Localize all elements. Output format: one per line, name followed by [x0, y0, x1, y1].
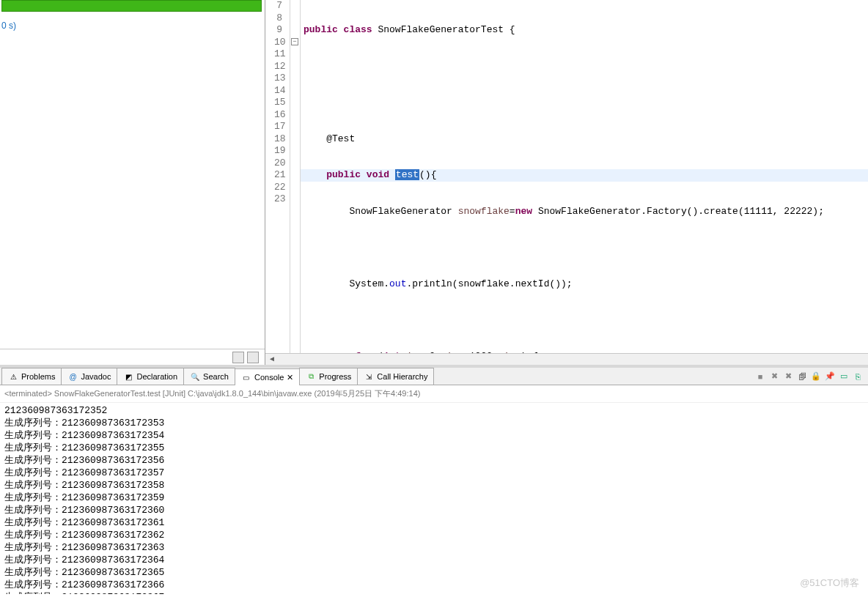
- tab-declaration[interactable]: ◩Declaration: [117, 368, 184, 385]
- problems-icon: ⚠: [8, 371, 18, 382]
- tab-javadoc[interactable]: @Javadoc: [61, 368, 117, 385]
- search-icon: 🔍: [190, 371, 200, 382]
- terminate-icon[interactable]: ✖: [782, 371, 794, 382]
- tab-progress[interactable]: ⧉Progress: [299, 368, 358, 385]
- open-console-icon[interactable]: ⎘: [852, 371, 864, 382]
- display-selected-icon[interactable]: ▭: [838, 371, 850, 382]
- code-editor[interactable]: 7891011121314151617181920212223 − public…: [265, 0, 868, 353]
- tab-problems[interactable]: ⚠Problems: [1, 368, 62, 385]
- tab-search[interactable]: 🔍Search: [183, 368, 235, 385]
- junit-progress-bar: [1, 0, 262, 12]
- pin-console-icon[interactable]: 📌: [824, 371, 836, 382]
- clear-console-icon[interactable]: 🗐: [796, 371, 808, 382]
- watermark: @51CTO博客: [800, 576, 859, 590]
- tab-call-hierarchy[interactable]: ⇲Call Hierarchy: [357, 368, 434, 385]
- view-menu-icon[interactable]: [247, 352, 259, 363]
- line-number-gutter: 7891011121314151617181920212223: [265, 0, 290, 353]
- layout-icon[interactable]: [232, 352, 244, 363]
- fold-column[interactable]: −: [290, 0, 301, 353]
- javadoc-icon: @: [67, 371, 78, 382]
- console-icon: ▭: [241, 372, 251, 382]
- console-toolbar: ■ ✖ ✖ 🗐 🔒 📌 ▭ ⎘: [754, 371, 868, 382]
- progress-icon: ⧉: [306, 371, 316, 382]
- views-tab-row: ⚠Problems @Javadoc ◩Declaration 🔍Search …: [0, 368, 868, 385]
- callh-icon: ⇲: [364, 371, 374, 382]
- junit-toolbar: [0, 349, 265, 365]
- selected-text[interactable]: test: [395, 169, 419, 180]
- junit-panel: 0 s): [0, 0, 265, 365]
- console-output[interactable]: 212360987363172352生成序列号：2123609873631723…: [0, 403, 868, 594]
- tab-console[interactable]: ▭Console ✕: [235, 368, 300, 385]
- remove-launch-icon[interactable]: ■: [754, 371, 766, 382]
- console-header: <terminated> SnowFlakeGeneratorTest.test…: [0, 385, 868, 403]
- editor-panel: 7891011121314151617181920212223 − public…: [265, 0, 868, 365]
- code-lines[interactable]: public class SnowFlakeGeneratorTest { @T…: [301, 0, 868, 353]
- bottom-panel: ⚠Problems @Javadoc ◩Declaration 🔍Search …: [0, 365, 868, 594]
- horizontal-scrollbar[interactable]: [265, 353, 868, 365]
- declaration-icon: ◩: [123, 371, 133, 382]
- remove-all-icon[interactable]: ✖: [768, 371, 780, 382]
- junit-timing: 0 s): [0, 12, 265, 40]
- fold-toggle-icon[interactable]: −: [291, 38, 298, 45]
- scroll-lock-icon[interactable]: 🔒: [810, 371, 822, 382]
